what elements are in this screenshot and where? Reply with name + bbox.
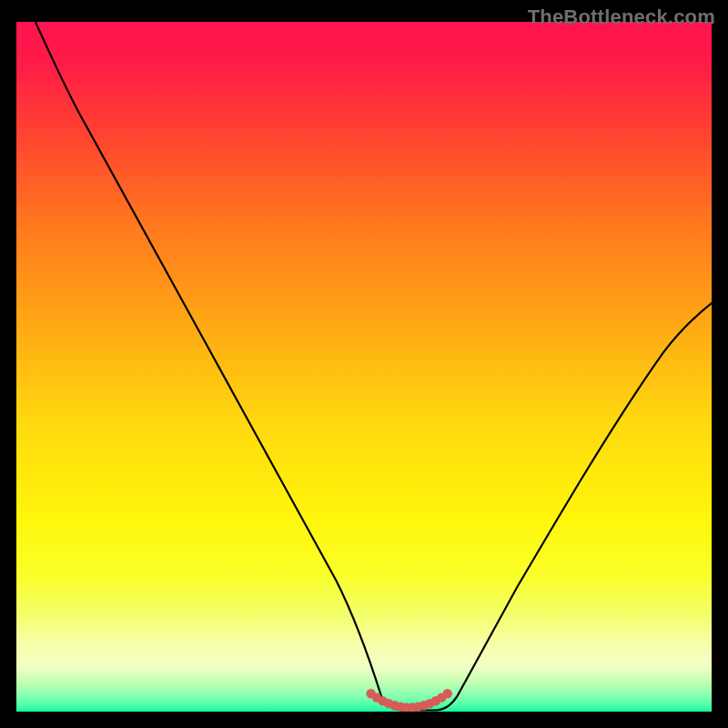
watermark-text: TheBottleneck.com xyxy=(528,5,715,29)
chart-frame: TheBottleneck.com xyxy=(0,0,728,728)
gradient-background xyxy=(16,22,712,712)
svg-point-13 xyxy=(443,689,452,698)
plot-area xyxy=(16,22,712,712)
chart-svg xyxy=(16,22,712,712)
